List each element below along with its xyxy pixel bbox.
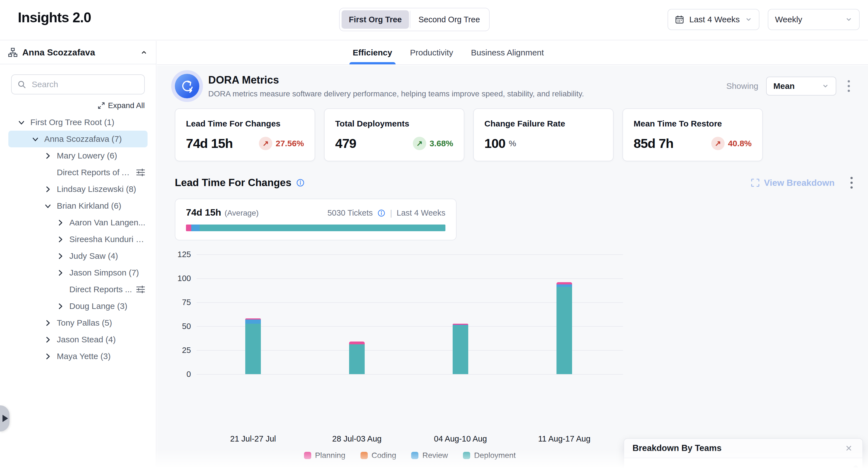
chevron-down-icon: [745, 16, 752, 23]
tree-item[interactable]: Direct Reports ...: [8, 281, 148, 298]
tree-item[interactable]: Jason Simpson (7): [8, 264, 148, 281]
chart-xlabel: 04 Aug-10 Aug: [434, 434, 487, 443]
tree-item[interactable]: Sireesha Kunduri (7): [8, 231, 148, 248]
tree-item-label: Jason Simpson (7): [69, 268, 139, 277]
tree-item[interactable]: Maya Yette (3): [8, 348, 148, 365]
chart-bar-review: [557, 285, 572, 287]
tab-productivity[interactable]: Productivity: [410, 41, 453, 64]
summary-average-value: 74d 15h: [186, 207, 221, 218]
chevron-right-icon[interactable]: [42, 336, 54, 344]
close-icon[interactable]: [843, 443, 854, 453]
tree-item[interactable]: Lindsay Liszewski (8): [8, 181, 148, 198]
chevron-down-icon: [845, 16, 852, 23]
chevron-right-icon[interactable]: [54, 253, 66, 260]
chevron-right-icon[interactable]: [42, 152, 54, 159]
trend-up-arrow-icon: ↗: [259, 137, 272, 150]
content-area: DORA Metrics DORA metrics measure softwa…: [157, 65, 868, 473]
view-breakdown-button[interactable]: View Breakdown: [750, 178, 835, 188]
metric-card-unit: %: [508, 139, 516, 148]
chart-bar-planning: [557, 282, 572, 285]
info-icon[interactable]: [377, 209, 385, 217]
chart-xlabel: 28 Jul-03 Aug: [332, 434, 381, 443]
chevron-right-icon[interactable]: [54, 269, 66, 276]
metric-card: Mean Time To Restore85d 7h↗40.8%: [622, 108, 763, 161]
tree-item[interactable]: Aaron Van Langen...: [8, 214, 148, 231]
legend-item-deployment[interactable]: Deployment: [463, 451, 516, 460]
tree-item[interactable]: Brian Kirkland (6): [8, 198, 148, 214]
chevron-right-icon[interactable]: [42, 353, 54, 360]
chart-ytick: 75: [175, 298, 191, 307]
org-toggle-option[interactable]: First Org Tree: [342, 10, 409, 29]
lead-time-kebab-menu-icon[interactable]: [847, 174, 856, 191]
tree-item-label: Lindsay Liszewski (8): [57, 184, 136, 194]
tree-item-label: Maya Yette (3): [57, 352, 111, 361]
tree-item[interactable]: Jason Stead (4): [8, 331, 148, 348]
tree-item[interactable]: First Org Tree Root (1): [8, 114, 148, 131]
legend-label: Planning: [315, 451, 345, 460]
legend-item-coding[interactable]: Coding: [361, 451, 396, 460]
legend-swatch-coding: [361, 452, 368, 459]
tree-item-label: Brian Kirkland (6): [57, 201, 121, 211]
tree-item[interactable]: Judy Saw (4): [8, 248, 148, 264]
chevron-right-icon[interactable]: [54, 236, 66, 243]
tree-item-label: Tony Pallas (5): [57, 318, 112, 328]
granularity-dropdown[interactable]: Weekly: [768, 9, 860, 30]
tree-item[interactable]: Direct Reports of A...: [8, 164, 148, 181]
metric-card-title: Change Failure Rate: [485, 119, 602, 128]
tab-bar: EfficiencyProductivityBusiness Alignment: [157, 41, 868, 65]
dora-kebab-menu-icon[interactable]: [844, 78, 854, 95]
metric-card-title: Mean Time To Restore: [633, 119, 752, 128]
tree-item-label: Sireesha Kunduri (7): [69, 235, 145, 244]
tab-business-alignment[interactable]: Business Alignment: [471, 41, 544, 64]
lead-time-summary-card: 74d 15h (Average) 5030 Tickets | Last 4 …: [175, 199, 457, 240]
metric-card-delta-value: 27.56%: [276, 139, 304, 148]
breakdown-panel-body: Brian Kirkland74d 15hJason Stead74d 15hL…: [624, 458, 862, 473]
chart-xlabel: 21 Jul-27 Jul: [230, 434, 276, 443]
tree-item[interactable]: Tony Pallas (5): [8, 315, 148, 331]
breakdown-by-teams-panel: Breakdown By Teams Brian Kirkland74d 15h…: [624, 438, 863, 473]
chevron-down-icon: [822, 83, 829, 90]
breakdown-team-row: Brian Kirkland74d 15h: [634, 471, 845, 473]
breakdown-team-link[interactable]: Brian Kirkland: [634, 471, 845, 473]
showing-mean-select[interactable]: Mean: [766, 77, 836, 95]
tree-item[interactable]: Anna Scozzafava (7): [8, 131, 148, 147]
legend-item-review[interactable]: Review: [411, 451, 448, 460]
sliders-filter-icon[interactable]: [136, 168, 145, 177]
chevron-right-icon[interactable]: [54, 302, 66, 310]
date-range-dropdown[interactable]: Last 4 Weeks: [668, 9, 760, 30]
collapse-chevron-up-icon[interactable]: [140, 48, 148, 57]
tree-item-label: Direct Reports ...: [69, 285, 132, 294]
legend-item-planning[interactable]: Planning: [304, 451, 345, 460]
search-input[interactable]: [11, 75, 145, 94]
org-toggle-option[interactable]: Second Org Tree: [411, 10, 487, 29]
tree-item-label: Aaron Van Langen...: [69, 218, 145, 227]
tree-item-label: Doug Lange (3): [69, 301, 127, 311]
chevron-right-icon[interactable]: [42, 319, 54, 327]
sliders-filter-icon[interactable]: [136, 285, 145, 294]
breakdown-scrollbar-thumb[interactable]: [854, 466, 858, 473]
metric-card: Total Deployments479↗3.68%: [324, 108, 464, 161]
tab-efficiency[interactable]: Efficiency: [353, 41, 392, 64]
chevron-right-icon[interactable]: [42, 185, 54, 193]
tree-item[interactable]: Doug Lange (3): [8, 298, 148, 315]
legend-label: Coding: [372, 451, 396, 460]
tree-item[interactable]: Mary Lowery (6): [8, 147, 148, 164]
metric-card: Lead Time For Changes74d 15h↗27.56%: [175, 108, 315, 161]
metric-card-delta: ↗27.56%: [259, 137, 304, 150]
expand-all-button[interactable]: Expand All: [97, 101, 145, 110]
chart-xlabel: 11 Aug-17 Aug: [538, 434, 590, 443]
chevron-down-icon[interactable]: [42, 202, 54, 210]
org-chart-icon: [8, 47, 18, 57]
view-breakdown-label: View Breakdown: [764, 178, 835, 188]
info-icon[interactable]: [296, 178, 305, 187]
metric-card-delta: ↗3.68%: [413, 137, 453, 150]
chevron-right-icon[interactable]: [54, 219, 66, 227]
chevron-down-icon[interactable]: [29, 136, 41, 143]
chevron-down-icon[interactable]: [15, 119, 27, 126]
summary-average-label: (Average): [225, 209, 259, 217]
tree-item-label: Direct Reports of A...: [57, 168, 132, 177]
metric-card-title: Lead Time For Changes: [186, 119, 304, 128]
dora-metrics-header: DORA Metrics DORA metrics measure softwa…: [157, 65, 868, 98]
expand-all-label: Expand All: [108, 101, 145, 110]
granularity-value: Weekly: [775, 15, 840, 24]
